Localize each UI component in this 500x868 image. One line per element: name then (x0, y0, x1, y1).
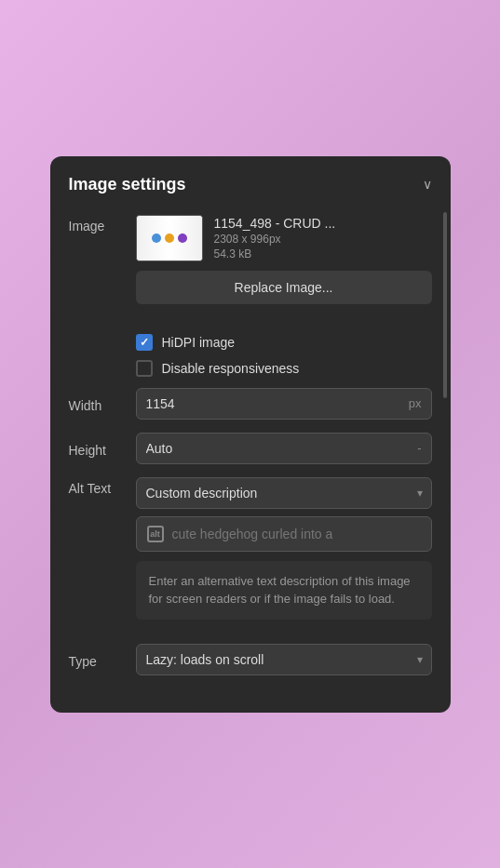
replace-image-button[interactable]: Replace Image... (136, 271, 432, 304)
image-settings-panel: Image settings ∨ Image 1154_498 - CRUD . (50, 156, 451, 713)
alt-text-header: None Custom description Auto-generated ▾ (136, 477, 432, 509)
width-field-row: Width px (69, 388, 432, 420)
height-label: Height (69, 439, 136, 458)
width-label: Width (69, 394, 136, 413)
width-unit: px (399, 389, 431, 418)
height-input-wrap: - (136, 433, 432, 464)
width-input-wrap: px (136, 388, 432, 420)
width-input[interactable] (137, 389, 399, 419)
hint-box: Enter an alternative text description of… (136, 561, 432, 620)
alt-text-content: None Custom description Auto-generated ▾… (136, 477, 432, 634)
hidpi-label: HiDPI image (162, 335, 236, 350)
thumbnail-dots (152, 234, 187, 243)
hidpi-checkbox[interactable] (136, 334, 153, 351)
alt-text-icon: alt (146, 525, 165, 543)
alt-text-placeholder-text: cute hedgehog curled into a (172, 527, 422, 541)
dot-purple (178, 234, 187, 243)
hidpi-row: HiDPI image (136, 334, 432, 351)
disable-responsiveness-row: Disable responsiveness (136, 360, 432, 377)
type-select-wrap: Lazy: loads on scroll Eager: loads immed… (136, 644, 432, 675)
image-info: 1154_498 - CRUD ... 2308 x 996px 54.3 kB (136, 215, 432, 261)
alt-text-field-row: Alt Text None Custom description Auto-ge… (69, 477, 432, 634)
type-field-row: Type Lazy: loads on scroll Eager: loads … (69, 644, 432, 675)
scrollbar[interactable] (443, 212, 447, 398)
hint-text: Enter an alternative text description of… (149, 574, 411, 607)
image-thumbnail (136, 215, 203, 261)
alt-icon-inner: alt (147, 526, 164, 542)
height-field-row: Height - (69, 433, 432, 464)
alt-text-select-wrap: None Custom description Auto-generated ▾ (136, 477, 432, 509)
dot-orange (165, 234, 174, 243)
panel-header: Image settings ∨ (69, 175, 432, 194)
image-label: Image (69, 215, 136, 234)
height-dash: - (408, 434, 430, 462)
alt-text-input-wrap[interactable]: alt cute hedgehog curled into a (136, 516, 432, 552)
alt-text-label: Alt Text (69, 477, 136, 496)
height-input[interactable] (137, 434, 409, 463)
thumbnail-inner (137, 216, 202, 260)
disable-responsiveness-checkbox[interactable] (136, 360, 153, 377)
image-filesize: 54.3 kB (214, 247, 336, 260)
panel-title: Image settings (69, 175, 186, 194)
image-field-content: 1154_498 - CRUD ... 2308 x 996px 54.3 kB… (136, 215, 432, 319)
alt-text-select[interactable]: None Custom description Auto-generated (136, 477, 432, 509)
type-select[interactable]: Lazy: loads on scroll Eager: loads immed… (136, 644, 432, 675)
image-field-row: Image 1154_498 - CRUD ... 2308 x 996px (69, 215, 432, 319)
dot-blue (152, 234, 161, 243)
image-meta: 1154_498 - CRUD ... 2308 x 996px 54.3 kB (214, 216, 336, 260)
chevron-down-icon[interactable]: ∨ (423, 177, 432, 192)
disable-responsiveness-label: Disable responsiveness (162, 361, 300, 376)
type-label: Type (69, 650, 136, 669)
image-filename: 1154_498 - CRUD ... (214, 216, 336, 231)
image-dimensions: 2308 x 996px (214, 233, 336, 246)
